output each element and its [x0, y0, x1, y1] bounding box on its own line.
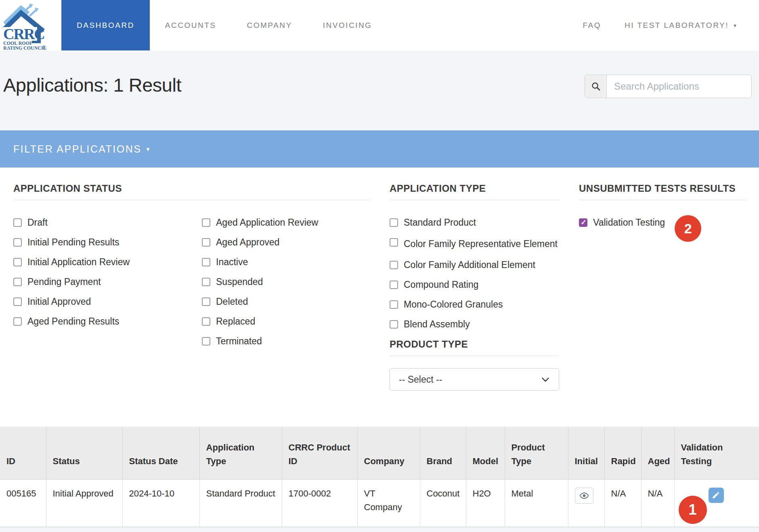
- pencil-icon: [712, 491, 720, 499]
- checkbox[interactable]: [202, 238, 210, 247]
- cell-validation-testing: 1: [674, 479, 759, 527]
- crrc-logo[interactable]: CRRC COOL ROOF RATING COUNCIL ®: [0, 0, 61, 50]
- svg-text:RATING COUNCIL: RATING COUNCIL: [3, 45, 46, 50]
- checkbox-item-color-family-representative-element[interactable]: Color Family Representative Element: [390, 237, 559, 251]
- checkbox-label: Aged Approved: [216, 237, 279, 248]
- checkbox-item-aged-application-review[interactable]: Aged Application Review: [202, 217, 371, 228]
- filter-panel: APPLICATION STATUS Draft Initial Pending…: [0, 168, 759, 427]
- checkbox-item-inactive[interactable]: Inactive: [202, 257, 371, 268]
- checkbox-label: Initial Approved: [27, 296, 91, 307]
- header-aged: Aged: [641, 427, 674, 479]
- checkbox[interactable]: [202, 258, 210, 266]
- checkbox-item-draft[interactable]: Draft: [13, 217, 202, 228]
- header-company: Company: [357, 427, 420, 479]
- header-initial: Initial: [568, 427, 604, 479]
- checkbox-item-pending-payment[interactable]: Pending Payment: [13, 276, 202, 287]
- checkbox[interactable]: [202, 317, 210, 326]
- checkbox[interactable]: [13, 317, 22, 326]
- checkbox[interactable]: [13, 238, 22, 247]
- checkbox-checked[interactable]: [579, 218, 587, 227]
- status-column-1: Draft Initial Pending Results Initial Ap…: [13, 217, 202, 356]
- validation-count-badge: 1: [679, 496, 707, 524]
- status-column-2: Aged Application Review Aged Approved In…: [202, 217, 371, 356]
- checkbox-label: Aged Pending Results: [27, 316, 120, 327]
- tab-company[interactable]: COMPANY: [231, 0, 307, 50]
- product-type-select[interactable]: -- Select --: [390, 368, 559, 391]
- checkbox-item-initial-application-review[interactable]: Initial Application Review: [13, 257, 202, 268]
- checkbox[interactable]: [13, 278, 22, 286]
- checkbox-label: Color Family Representative Element: [404, 237, 558, 251]
- checkbox[interactable]: [390, 281, 398, 289]
- checkbox-label: Validation Testing: [593, 217, 665, 228]
- tab-invoicing[interactable]: INVOICING: [308, 0, 388, 50]
- unsubmitted-tests-section: UNSUBMITTED TESTS RESULTS Validation Tes…: [579, 183, 747, 427]
- checkbox-item-aged-pending-results[interactable]: Aged Pending Results: [13, 316, 202, 327]
- view-initial-button[interactable]: [575, 488, 593, 504]
- checkbox-item-compound-rating[interactable]: Compound Rating: [390, 279, 559, 290]
- checkbox-item-initial-pending-results[interactable]: Initial Pending Results: [13, 237, 202, 248]
- top-navbar: CRRC COOL ROOF RATING COUNCIL ® DASHBOAR…: [0, 0, 759, 50]
- application-type-section: APPLICATION TYPE Standard Product Color …: [390, 183, 559, 427]
- checkbox-item-aged-approved[interactable]: Aged Approved: [202, 237, 371, 248]
- user-menu[interactable]: HI TEST LABORATORY! ▾: [625, 21, 736, 30]
- checkbox[interactable]: [202, 278, 210, 286]
- checkbox-item-blend-assembly[interactable]: Blend Assembly: [390, 319, 559, 330]
- checkbox-label: Mono-Colored Granules: [404, 299, 503, 310]
- cell-aged: N/A: [641, 479, 674, 527]
- checkbox-label: Suspended: [216, 276, 263, 287]
- checkbox-item-mono-colored-granules[interactable]: Mono-Colored Granules: [390, 299, 559, 310]
- checkbox[interactable]: [202, 337, 210, 346]
- tab-dashboard-label: DASHBOARD: [77, 21, 134, 30]
- cell-company: VT Company: [357, 479, 420, 527]
- checkbox[interactable]: [390, 238, 398, 247]
- checkbox-item-replaced[interactable]: Replaced: [202, 316, 371, 327]
- header-status: Status: [46, 427, 122, 479]
- checkbox-label: Initial Application Review: [27, 257, 130, 268]
- cell-application-type: Standard Product: [199, 479, 282, 527]
- checkbox-item-color-family-additional-element[interactable]: Color Family Additional Element: [390, 260, 559, 270]
- checkbox[interactable]: [13, 218, 22, 227]
- checkbox-item-validation-testing[interactable]: Validation Testing: [579, 217, 665, 228]
- tab-accounts[interactable]: ACCOUNTS: [150, 0, 232, 50]
- faq-link[interactable]: FAQ: [583, 21, 601, 30]
- checkbox-label: Standard Product: [404, 217, 476, 228]
- page-head: Applications: 1 Result: [0, 50, 759, 130]
- cell-status-date: 2024-10-10: [122, 479, 199, 527]
- svg-text:®: ®: [42, 45, 46, 50]
- cell-status: Initial Approved: [46, 479, 122, 527]
- checkbox-item-initial-approved[interactable]: Initial Approved: [13, 296, 202, 307]
- checkbox[interactable]: [202, 297, 210, 306]
- checkbox[interactable]: [390, 218, 398, 227]
- checkbox-item-deleted[interactable]: Deleted: [202, 296, 371, 307]
- tab-dashboard[interactable]: DASHBOARD: [61, 0, 150, 50]
- application-status-heading: APPLICATION STATUS: [13, 183, 371, 200]
- cell-model: H2O: [466, 479, 505, 527]
- applications-table: ID Status Status Date Application Type C…: [0, 427, 759, 527]
- checkbox[interactable]: [13, 258, 22, 266]
- filter-applications-bar[interactable]: FILTER APPLICATIONS ▾: [0, 130, 759, 168]
- checkbox[interactable]: [13, 297, 22, 306]
- application-type-heading: APPLICATION TYPE: [390, 183, 559, 200]
- checkbox[interactable]: [390, 261, 398, 269]
- tab-invoicing-label: INVOICING: [323, 21, 372, 30]
- checkbox-label: Draft: [27, 217, 48, 228]
- checkbox[interactable]: [390, 320, 398, 329]
- checkbox-label: Blend Assembly: [404, 319, 470, 330]
- checkbox-label: Compound Rating: [404, 279, 478, 290]
- search-input[interactable]: [607, 75, 751, 98]
- checkbox-item-terminated[interactable]: Terminated: [202, 336, 371, 347]
- unsubmitted-count-badge: 2: [675, 215, 701, 242]
- nav-right: FAQ HI TEST LABORATORY! ▾: [583, 0, 759, 50]
- edit-validation-button[interactable]: [709, 488, 724, 503]
- checkbox-item-suspended[interactable]: Suspended: [202, 276, 371, 287]
- search-addon[interactable]: [585, 75, 607, 98]
- checkbox-item-standard-product[interactable]: Standard Product: [390, 217, 559, 228]
- eye-icon: [579, 491, 589, 501]
- chevron-down-icon: ▾: [734, 22, 736, 29]
- checkbox[interactable]: [390, 300, 398, 309]
- header-status-date: Status Date: [122, 427, 199, 479]
- table-row: 005165 Initial Approved 2024-10-10 Stand…: [0, 479, 759, 527]
- checkbox[interactable]: [202, 218, 210, 227]
- crrc-logo-icon: CRRC COOL ROOF RATING COUNCIL ®: [2, 1, 48, 50]
- header-application-type: Application Type: [199, 427, 282, 479]
